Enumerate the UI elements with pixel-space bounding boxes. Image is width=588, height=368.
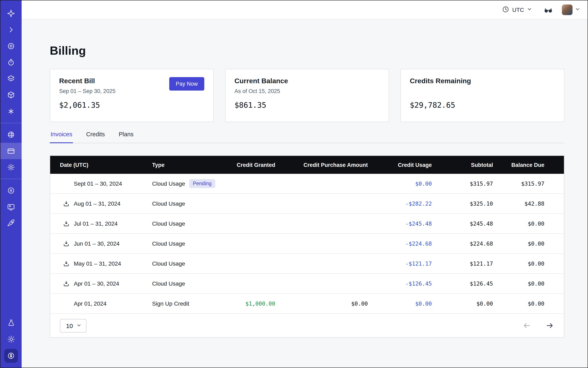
asterisk-icon[interactable]	[0, 103, 22, 120]
balance-due-value: $42.88	[493, 200, 564, 207]
invoice-date: Jun 01 – 30, 2024	[74, 240, 119, 247]
tab-plans[interactable]: Plans	[118, 131, 134, 143]
page-size-value: 10	[66, 322, 73, 329]
card-title: Recent Bill	[59, 77, 115, 85]
invoice-type: Cloud Usage	[152, 200, 185, 207]
column-header-credit-usage: Credit Usage	[368, 162, 432, 168]
tab-invoices[interactable]: Invoices	[50, 131, 73, 143]
sidebar	[0, 0, 22, 368]
circle-x-icon[interactable]	[0, 182, 22, 199]
invoice-date-cell: Jul 01 – 31, 2024	[50, 220, 152, 228]
invoice-date: Aug 01 – 31, 2024	[74, 200, 120, 207]
page-size-select[interactable]: 10	[60, 319, 86, 332]
download-invoice-button[interactable]	[62, 239, 70, 248]
page-title: Billing	[50, 44, 564, 57]
column-header-credit-purchase-amount: Credit Purchase Amount	[275, 162, 368, 168]
main-pane: UTC Billing	[22, 0, 588, 368]
table-row: Aug 01 – 31, 2024Cloud Usage-$282.22$325…	[50, 194, 564, 214]
card-subtitle	[410, 88, 555, 95]
subtotal-value: $325.10	[432, 200, 493, 207]
chevron-right-icon[interactable]	[0, 22, 22, 38]
account-menu[interactable]	[562, 4, 580, 15]
credit-usage-value: -$224.68	[368, 240, 432, 247]
pay-now-button[interactable]: Pay Now	[169, 77, 204, 91]
logo-icon[interactable]	[0, 5, 22, 22]
layers-icon[interactable]	[0, 71, 22, 87]
invoice-date-cell: Sept 01 – 30, 2024	[50, 180, 152, 188]
chevron-down-icon	[527, 7, 532, 13]
subtotal-value: $224.68	[432, 240, 493, 247]
balance-due-value: $0.00	[493, 240, 564, 247]
flask-icon[interactable]	[0, 314, 22, 331]
card-subtitle: As of Oct 15, 2025	[235, 88, 380, 95]
invoice-type: Cloud Usage	[152, 260, 185, 267]
timezone-dropdown[interactable]: UTC	[499, 5, 534, 15]
glasses-icon[interactable]	[543, 5, 553, 15]
tab-credits[interactable]: Credits	[85, 131, 106, 143]
invoice-date: Sept 01 – 30, 2024	[74, 180, 122, 187]
invoice-type: Cloud Usage	[152, 180, 185, 187]
credit-usage-value: -$245.48	[368, 220, 432, 227]
invoice-type-cell: Cloud Usage	[152, 240, 221, 247]
invoice-date-cell: Apr 01 – 30, 2024	[50, 279, 152, 288]
pending-badge: Pending	[189, 179, 215, 188]
dollar-circle-icon[interactable]	[4, 349, 18, 363]
download-invoice-button[interactable]	[62, 220, 70, 228]
balance-due-value: $0.00	[493, 260, 564, 267]
current-balance-card: Current Balance As of Oct 15, 2025 $861.…	[225, 69, 389, 122]
sun-icon[interactable]	[0, 331, 22, 347]
card-title: Current Balance	[235, 77, 380, 85]
invoices-table: Date (UTC) Type Credit Granted Credit Pu…	[50, 156, 564, 338]
credit-granted-value: $1,000.00	[221, 300, 275, 307]
column-header-balance-due: Balance Due	[493, 162, 564, 168]
invoice-date: Jul 01 – 31, 2024	[74, 220, 118, 227]
column-header-subtotal: Subtotal	[432, 162, 493, 168]
previous-page-button[interactable]	[522, 321, 531, 330]
download-invoice-button[interactable]	[62, 279, 70, 288]
table-footer: 10	[50, 314, 564, 337]
balance-due-value: $0.00	[493, 220, 564, 227]
rocket-icon[interactable]	[0, 215, 22, 231]
invoice-type: Sign Up Credit	[152, 300, 189, 307]
credit-usage-value: -$126.45	[368, 280, 432, 287]
credit-usage-value: -$282.22	[368, 200, 432, 207]
app-window: UTC Billing	[0, 0, 588, 368]
column-header-credit-granted: Credit Granted	[221, 162, 275, 168]
clock-icon	[502, 6, 509, 14]
download-spacer	[62, 299, 70, 308]
download-invoice-button[interactable]	[62, 259, 70, 268]
subtotal-value: $121.17	[432, 260, 493, 267]
invoice-type-cell: Cloud UsagePending	[152, 179, 221, 188]
subtotal-value: $0.00	[432, 300, 493, 307]
column-header-type: Type	[152, 162, 221, 168]
invoice-date-cell: May 01 – 31, 2024	[50, 259, 152, 268]
avatar	[562, 4, 572, 15]
table-row: Jun 01 – 30, 2024Cloud Usage-$224.68$224…	[50, 234, 564, 254]
monitor-icon[interactable]	[0, 199, 22, 215]
invoice-type-cell: Sign Up Credit	[152, 300, 221, 307]
download-invoice-button[interactable]	[62, 200, 70, 208]
subtotal-value: $315.97	[432, 180, 493, 187]
cube-icon[interactable]	[0, 87, 22, 103]
invoice-rows: Sept 01 – 30, 2024Cloud UsagePending$0.0…	[50, 174, 564, 314]
invoice-date: Apr 01, 2024	[74, 300, 106, 307]
column-header-date: Date (UTC)	[50, 162, 152, 168]
invoice-type: Cloud Usage	[152, 240, 185, 247]
gear-icon[interactable]	[0, 159, 22, 175]
invoice-date-cell: Jun 01 – 30, 2024	[50, 239, 152, 248]
invoice-date-cell: Apr 01, 2024	[50, 299, 152, 308]
download-spacer	[62, 180, 70, 188]
chevron-down-icon	[575, 7, 580, 13]
chevron-down-icon	[76, 322, 81, 329]
balance-due-value: $0.00	[493, 280, 564, 287]
next-page-button[interactable]	[545, 321, 554, 330]
credit-usage-value: -$121.17	[368, 260, 432, 267]
globe-icon[interactable]	[0, 127, 22, 143]
table-row: Apr 01, 2024Sign Up Credit$1,000.00$0.00…	[50, 294, 564, 314]
target-icon[interactable]	[0, 38, 22, 54]
card-subtitle: Sep 01 – Sep 30, 2025	[59, 88, 115, 95]
credit-purchase-value: $0.00	[275, 300, 368, 307]
timer-icon[interactable]	[0, 54, 22, 71]
invoice-date: May 01 – 31, 2024	[74, 260, 121, 267]
billing-card-icon[interactable]	[0, 143, 22, 159]
